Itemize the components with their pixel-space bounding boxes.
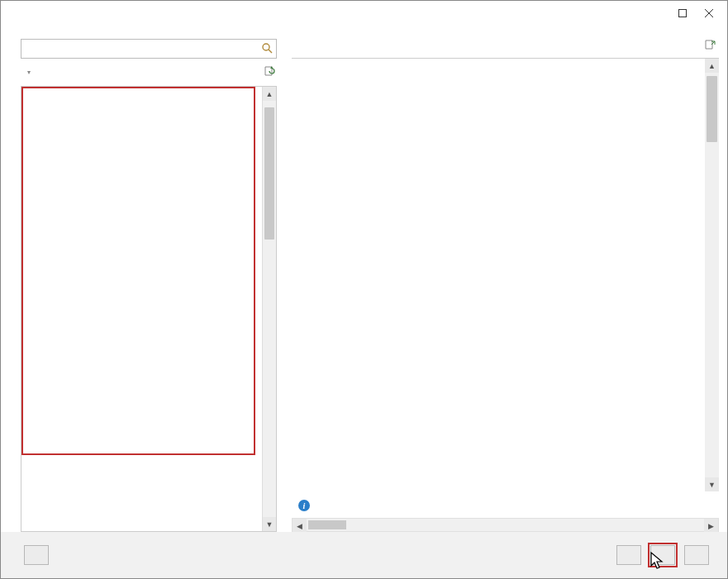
load-button[interactable]	[616, 545, 641, 565]
cancel-button[interactable]	[684, 545, 709, 565]
dialog-footer	[1, 532, 727, 578]
export-icon[interactable]	[704, 39, 716, 53]
search-input[interactable]	[25, 43, 261, 55]
chevron-down-icon: ▾	[27, 69, 31, 76]
truncation-message: i	[292, 491, 719, 518]
search-icon	[261, 42, 273, 56]
close-button[interactable]	[696, 3, 722, 23]
svg-rect-0	[679, 10, 687, 17]
scroll-thumb[interactable]	[707, 76, 717, 142]
scroll-thumb[interactable]	[264, 107, 274, 240]
scroll-right-icon[interactable]: ▶	[704, 519, 718, 532]
scroll-thumb[interactable]	[308, 520, 346, 529]
table-tree-list[interactable]	[21, 87, 262, 531]
dialog-title	[1, 26, 727, 36]
grid-vscrollbar[interactable]: ▲ ▼	[705, 59, 719, 491]
table-tree: ▲ ▼	[21, 86, 277, 532]
navigator-left-pane: ▾ ▲ ▼	[21, 39, 285, 532]
navigator-window: ▾ ▲ ▼	[0, 0, 728, 579]
info-icon: i	[298, 500, 310, 511]
tree-scrollbar[interactable]: ▲ ▼	[262, 87, 276, 531]
display-options-dropdown[interactable]: ▾	[24, 69, 31, 76]
scroll-up-icon[interactable]: ▲	[705, 59, 719, 73]
annotation-highlight-transform	[648, 543, 678, 567]
preview-pane: ▲ ▼ i ◀ ▶	[285, 39, 719, 532]
scroll-up-icon[interactable]: ▲	[263, 87, 276, 101]
select-related-tables-button[interactable]	[24, 545, 49, 565]
svg-point-3	[263, 44, 269, 50]
scroll-left-icon[interactable]: ◀	[293, 519, 307, 532]
svg-line-4	[269, 50, 272, 53]
transform-data-button[interactable]	[650, 545, 675, 565]
grid-hscrollbar[interactable]: ◀ ▶	[292, 518, 719, 532]
scroll-down-icon[interactable]: ▼	[705, 477, 719, 491]
preview-grid[interactable]	[292, 59, 705, 491]
search-input-wrap[interactable]	[21, 39, 277, 59]
maximize-button[interactable]	[669, 3, 696, 23]
title-bar	[1, 1, 727, 26]
scroll-down-icon[interactable]: ▼	[263, 517, 276, 531]
refresh-icon[interactable]	[264, 65, 275, 79]
